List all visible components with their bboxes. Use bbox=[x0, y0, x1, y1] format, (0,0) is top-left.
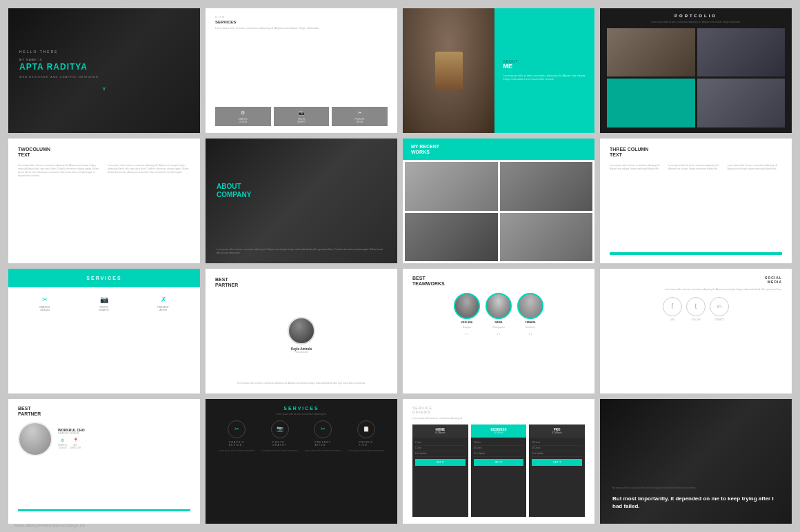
slide15-pro-item-1: 10 Users bbox=[532, 440, 582, 446]
slide8-teal-bar bbox=[610, 252, 782, 255]
slide13-row: WORKRUL CHO GRAPHIC DESIGN ⚙ GRAPHICDESI… bbox=[18, 422, 190, 456]
slide12-li-label: CONNECT bbox=[714, 318, 725, 321]
slide2-box-text-1: GRAPHICDESIGN bbox=[239, 118, 248, 123]
slide13-label-2: ARTDIRECTOR bbox=[70, 444, 81, 449]
slide10-avatar bbox=[288, 317, 315, 345]
slide9-teal: SERVICES bbox=[8, 269, 200, 287]
slide15-home: HOME €12/Month 1 User 1 User Free Update… bbox=[412, 424, 468, 517]
slide-13[interactable]: BESTPARTNER WORKRUL CHO GRAPHIC DESIGN ⚙… bbox=[8, 399, 200, 524]
slide13-icons: ⚙ GRAPHICDESIGN 📍 ARTDIRECTOR bbox=[58, 438, 190, 449]
slide11-avatar-3 bbox=[517, 293, 543, 319]
slide13-info: WORKRUL CHO GRAPHIC DESIGN ⚙ GRAPHICDESI… bbox=[58, 428, 190, 449]
slide4-photo-1 bbox=[607, 28, 695, 77]
slide-1[interactable]: HELLO THERE MY NAME IS APTA RADITYA WEB … bbox=[8, 8, 200, 133]
slide14-desc-4: Lorem ipsum dolor sit amet consectetur. bbox=[347, 449, 385, 453]
slide13-pin-icon: 📍 bbox=[73, 438, 78, 442]
slide11-icon-fb3: f bbox=[529, 332, 530, 336]
slide15-pro-price: €75/Month bbox=[532, 431, 582, 434]
slide-6[interactable]: ABOUTCOMPANY Lorem ipsum dolor sit amet,… bbox=[206, 139, 397, 263]
slide-15[interactable]: SERVICEOFFERS Lorem ipsum dolor sit amet… bbox=[403, 399, 594, 524]
slide7-title: MY RECENTWORKS bbox=[411, 144, 439, 154]
slide15-pro-btn[interactable]: GET IT bbox=[532, 459, 582, 466]
slide14-circle-4: 📋 bbox=[357, 420, 375, 438]
slide2-icon-2: 📷 bbox=[299, 110, 305, 116]
slide8-col3: Lorem ipsum dolor sit amet, consectetur … bbox=[728, 164, 782, 252]
slide9-icon-photo: 📷 bbox=[100, 296, 108, 303]
slide9-icons: ✂ GRAPHICDESIGN 📷 PHOTOGRAPHY ✗ PRESENTA… bbox=[8, 287, 200, 393]
slide2-text: Lorem ipsum dolor sit amet, consectetur … bbox=[215, 27, 388, 30]
slide14-circle-3: ✂ bbox=[314, 420, 332, 438]
slide14-circle-2: 📷 bbox=[271, 420, 289, 438]
slide4-photo-4 bbox=[697, 79, 786, 127]
slide15-pro-item-3: Free Update bbox=[532, 451, 582, 457]
slide15-home-btn[interactable]: GET IT bbox=[415, 459, 466, 466]
slide-12[interactable]: SOCIALMEDIA Lorem ipsum dolor sit amet, … bbox=[600, 269, 792, 393]
slide6-body: Lorem ipsum dolor sit amet, consectetur … bbox=[206, 243, 397, 263]
slide-8[interactable]: THREE COLUMNTEXT Lorem ipsum dolor sit a… bbox=[600, 139, 792, 263]
slide1-arrow: ∨ bbox=[19, 85, 189, 92]
slide4-photo-3 bbox=[607, 79, 695, 127]
slide3-about-text: Lorem ipsum dolor sit amet, consectetur … bbox=[503, 74, 586, 82]
slide15-business-price: €35/Month bbox=[474, 431, 524, 434]
slide14-desc-3: Lorem ipsum dolor sit amet consectetur. bbox=[304, 449, 342, 453]
slide-7[interactable]: MY RECENTWORKS bbox=[403, 139, 594, 263]
slide11-role-3: Developer bbox=[526, 326, 535, 329]
slide14-item-1: ✂ GRAPHICDESIGN Lorem ipsum dolor sit am… bbox=[218, 420, 256, 518]
slide2-boxes: ⚙ GRAPHICDESIGN 📷 PHOTOGRAPHY ✂ PRESENTA… bbox=[215, 107, 388, 126]
slide11-icon-tw2: t bbox=[499, 332, 500, 336]
slide8-title: THREE COLUMNTEXT bbox=[610, 147, 782, 158]
slide14-circle-1: ✂ bbox=[228, 420, 246, 438]
slide11-role-2: Photographer bbox=[492, 326, 505, 329]
slide12-icons: f LIKE t FOLLOW in CONNECT bbox=[610, 297, 782, 321]
slide15-title: SERVICEOFFERS bbox=[412, 406, 585, 414]
slide9-label-2: PHOTOGRAPHY bbox=[99, 306, 109, 311]
slide7-banner: MY RECENTWORKS bbox=[403, 139, 594, 160]
slide2-box-text-3: PRESENTATION bbox=[355, 118, 365, 123]
slides-grid: HELLO THERE MY NAME IS APTA RADITYA WEB … bbox=[0, 0, 800, 532]
slide-16[interactable]: My secrets will be to just work hard, wo… bbox=[600, 399, 792, 524]
slide9-icon-graphic: ✂ bbox=[42, 296, 48, 303]
slide11-avatar-1 bbox=[454, 293, 480, 319]
slide15-pro: PRO €75/Month 10 Users 20 Users Free Upd… bbox=[529, 424, 585, 517]
slide14-desc-1: Lorem ipsum dolor sit amet consectetur. bbox=[218, 449, 256, 453]
facebook-icon: f bbox=[672, 303, 674, 310]
slide7-grid bbox=[403, 160, 594, 263]
slide-4[interactable]: PORTFOLIO Lorem ipsum dolor sit amet, co… bbox=[600, 8, 792, 133]
slide13-icon-1: ⚙ GRAPHICDESIGN bbox=[58, 438, 68, 449]
slide14-item-2: 📷 PHOTOGRAPHY Lorem ipsum dolor sit amet… bbox=[261, 420, 299, 518]
slide-2[interactable]: OUR SERVICES Lorem ipsum dolor sit amet,… bbox=[206, 8, 397, 133]
slide15-home-price: €12/Month bbox=[415, 431, 466, 434]
slide-9[interactable]: SERVICES ✂ GRAPHICDESIGN 📷 PHOTOGRAPHY ✗… bbox=[8, 269, 200, 393]
slide-5[interactable]: TWOCOLUMNTEXT Lorem ipsum dolor sit amet… bbox=[8, 139, 200, 263]
slide11-role-1: Designer bbox=[463, 326, 471, 329]
slide6-top: ABOUTCOMPANY bbox=[206, 139, 397, 243]
slide16-small: My secrets will be to just work hard, wo… bbox=[612, 487, 779, 490]
slide11-icon-fb: f bbox=[466, 332, 466, 336]
slide15-biz-item-1: 5 Users bbox=[474, 440, 524, 446]
slide4-title: PORTFOLIO bbox=[607, 14, 785, 18]
slide-10[interactable]: BESTPARTNER Kayla Amirula Photographer L… bbox=[206, 269, 397, 393]
slide12-header: SOCIALMEDIA bbox=[610, 276, 782, 287]
slide13-avatar bbox=[18, 422, 52, 456]
slide1-subtitle: WEB DESIGNER AND GRAPHIC DESIGNER bbox=[19, 75, 189, 79]
slide15-biz-btn[interactable]: GET IT bbox=[474, 459, 524, 466]
slide5-col2-text: Lorem ipsum dolor sit amet, consectetur … bbox=[108, 164, 190, 174]
slide15-pro-header: PRO €75/Month bbox=[529, 424, 585, 438]
slide11-member-2: RANIA Photographer f t bbox=[486, 293, 512, 336]
slide8-col1: Lorem ipsum dolor sit amet, consectetur … bbox=[610, 164, 664, 252]
slide1-name: APTA RADITYA bbox=[19, 63, 189, 72]
slide-11[interactable]: BESTTEAMWORKS KRIS ANA Designer f t RANI… bbox=[403, 269, 594, 393]
slide2-label: OUR bbox=[215, 15, 388, 19]
slide16-quote: But most importantly, it depended on me … bbox=[612, 495, 779, 510]
slide2-box-text-2: PHOTOGRAPHY bbox=[297, 118, 306, 123]
slide2-box-2: 📷 PHOTOGRAPHY bbox=[274, 107, 330, 126]
slide8-col2-text: Lorem ipsum dolor sit amet, consectetur … bbox=[668, 164, 723, 171]
slide-3[interactable]: ABOUT ME Lorem ipsum dolor sit amet, con… bbox=[403, 8, 594, 133]
slide12-li: in CONNECT bbox=[710, 297, 729, 321]
slide2-icon-3: ✂ bbox=[358, 110, 362, 116]
slide3-photo bbox=[403, 8, 494, 133]
slide11-avatar-2 bbox=[486, 293, 512, 319]
slide14-item-3: ✂ PRESENTATION Lorem ipsum dolor sit ame… bbox=[304, 420, 342, 518]
slide-14[interactable]: SERVICES Lorem ipsum dolor sit amet, con… bbox=[206, 399, 397, 524]
slide12-fb-label: LIKE bbox=[670, 318, 675, 321]
